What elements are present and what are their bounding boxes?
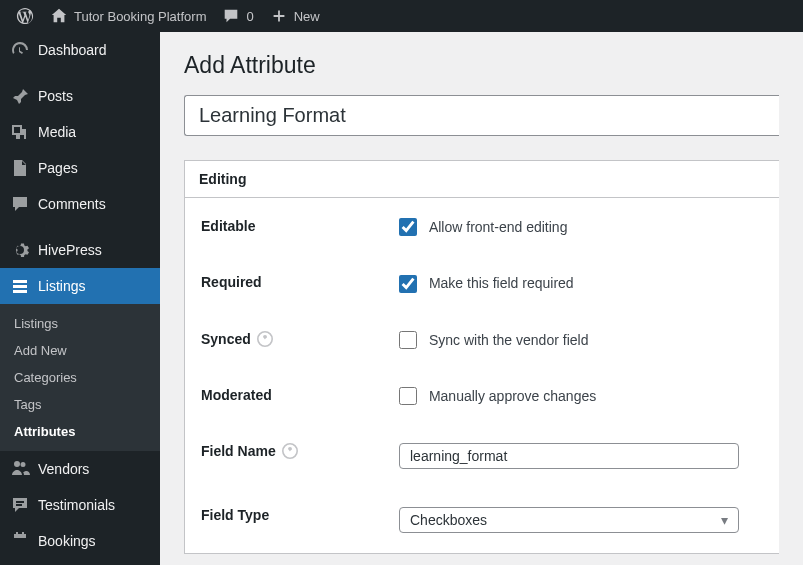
sidebar-item-label: Bookings xyxy=(38,533,96,549)
submenu-add-new[interactable]: Add New xyxy=(0,337,160,364)
submenu-categories[interactable]: Categories xyxy=(0,364,160,391)
editing-section: Editing Editable Allow front-end editing… xyxy=(184,160,779,554)
testimonial-icon xyxy=(10,495,30,515)
wp-logo[interactable] xyxy=(8,0,42,32)
field-name-input[interactable] xyxy=(399,443,739,469)
new-content-link[interactable]: New xyxy=(262,0,328,32)
sidebar-item-label: Dashboard xyxy=(38,42,107,58)
section-title: Editing xyxy=(185,161,779,198)
new-label: New xyxy=(294,9,320,24)
sidebar-item-label: Posts xyxy=(38,88,73,104)
required-chk-label: Make this field required xyxy=(429,276,574,292)
editable-option[interactable]: Allow front-end editing xyxy=(399,218,567,234)
field-type-select[interactable]: Checkboxes ▾ xyxy=(399,507,739,533)
moderated-option[interactable]: Manually approve changes xyxy=(399,387,596,403)
synced-chk-label: Sync with the vendor field xyxy=(429,332,589,348)
comments-count: 0 xyxy=(246,9,253,24)
sidebar-item-label: Comments xyxy=(38,196,106,212)
admin-sidebar: Dashboard Posts Media Pages Comments Hiv… xyxy=(0,32,160,565)
home-icon xyxy=(50,7,68,25)
attribute-title-input[interactable] xyxy=(184,95,779,136)
sidebar-item-vendors[interactable]: Vendors xyxy=(0,451,160,487)
sidebar-item-label: Vendors xyxy=(38,461,89,477)
sidebar-item-label: Testimonials xyxy=(38,497,115,513)
sidebar-item-label: Listings xyxy=(38,278,85,294)
sidebar-item-dashboard[interactable]: Dashboard xyxy=(0,32,160,68)
comments-link[interactable]: 0 xyxy=(214,0,261,32)
synced-label: Synced xyxy=(201,331,251,347)
sidebar-item-posts[interactable]: Posts xyxy=(0,78,160,114)
editable-label: Editable xyxy=(201,218,255,234)
required-option[interactable]: Make this field required xyxy=(399,274,574,290)
required-label: Required xyxy=(201,274,262,290)
moderated-chk-label: Manually approve changes xyxy=(429,388,596,404)
listings-submenu: Listings Add New Categories Tags Attribu… xyxy=(0,304,160,451)
pin-icon xyxy=(10,86,30,106)
page-title: Add Attribute xyxy=(184,52,779,79)
admin-topbar: Tutor Booking Platform 0 New xyxy=(0,0,803,32)
sidebar-item-comments[interactable]: Comments xyxy=(0,186,160,222)
sidebar-item-pages[interactable]: Pages xyxy=(0,150,160,186)
dashboard-icon xyxy=(10,40,30,60)
comment-icon xyxy=(10,194,30,214)
wordpress-icon xyxy=(16,7,34,25)
chevron-down-icon: ▾ xyxy=(721,512,728,528)
help-icon[interactable] xyxy=(257,331,273,347)
field-name-label: Field Name xyxy=(201,443,276,459)
editable-checkbox[interactable] xyxy=(399,218,417,236)
site-link[interactable]: Tutor Booking Platform xyxy=(42,0,214,32)
media-icon xyxy=(10,122,30,142)
sidebar-item-label: Media xyxy=(38,124,76,140)
help-icon[interactable] xyxy=(282,443,298,459)
site-name: Tutor Booking Platform xyxy=(74,9,206,24)
list-icon xyxy=(10,276,30,296)
synced-option[interactable]: Sync with the vendor field xyxy=(399,331,588,347)
sidebar-item-label: Pages xyxy=(38,160,78,176)
sidebar-item-listings[interactable]: Listings xyxy=(0,268,160,304)
submenu-tags[interactable]: Tags xyxy=(0,391,160,418)
users-icon xyxy=(10,459,30,479)
sidebar-item-testimonials[interactable]: Testimonials xyxy=(0,487,160,523)
field-type-value: Checkboxes xyxy=(410,512,487,528)
main-content: Add Attribute Editing Editable Allow fro… xyxy=(160,32,803,565)
gear-icon xyxy=(10,240,30,260)
moderated-checkbox[interactable] xyxy=(399,387,417,405)
synced-checkbox[interactable] xyxy=(399,331,417,349)
sidebar-item-media[interactable]: Media xyxy=(0,114,160,150)
submenu-attributes[interactable]: Attributes xyxy=(0,418,160,445)
page-icon xyxy=(10,158,30,178)
submenu-listings[interactable]: Listings xyxy=(0,310,160,337)
sidebar-item-bookings[interactable]: Bookings xyxy=(0,523,160,559)
plus-icon xyxy=(270,7,288,25)
sidebar-item-hivepress[interactable]: HivePress xyxy=(0,232,160,268)
sidebar-item-label: HivePress xyxy=(38,242,102,258)
comment-icon xyxy=(222,7,240,25)
moderated-label: Moderated xyxy=(201,387,272,403)
field-type-label: Field Type xyxy=(201,507,269,523)
required-checkbox[interactable] xyxy=(399,275,417,293)
calendar-icon xyxy=(10,531,30,551)
editable-chk-label: Allow front-end editing xyxy=(429,219,568,235)
